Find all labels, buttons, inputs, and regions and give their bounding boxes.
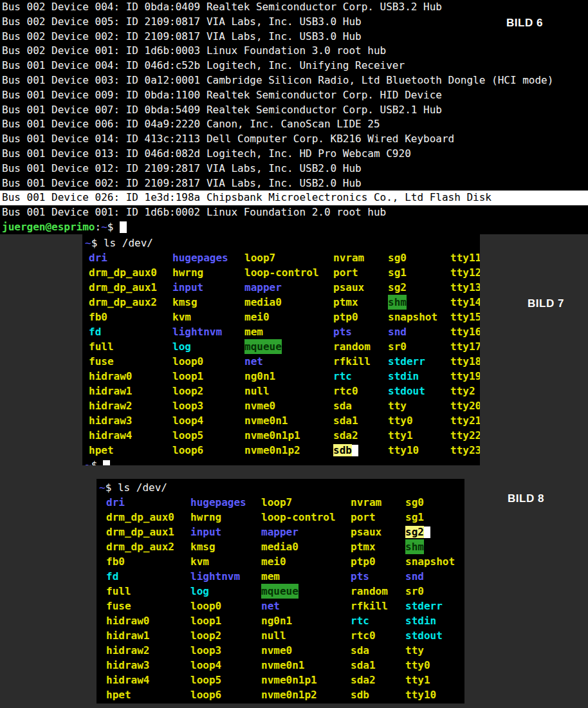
selection-block — [352, 445, 358, 456]
file-entry-ptp0: ptp0 — [351, 554, 376, 569]
usb-device-line: Bus 002 Device 002: ID 2109:0817 VIA Lab… — [0, 30, 588, 44]
file-entry-null: null — [261, 628, 286, 643]
label-bild8: BILD 8 — [508, 492, 544, 505]
file-row: fuseloop0netrfkillstderrtty18 — [82, 354, 480, 369]
file-row: drihugepagesloop7nvramsg0tty11 — [82, 250, 480, 265]
file-entry-media0: media0 — [244, 295, 282, 310]
file-entry-loop5: loop5 — [172, 428, 203, 443]
prompt-dollar: $ — [107, 221, 114, 233]
label-bild7: BILD 7 — [528, 297, 564, 310]
file-entry-stderr: stderr — [405, 599, 443, 613]
file-entry-shm: shm — [388, 295, 407, 310]
file-entry-tty0: tty0 — [405, 658, 430, 673]
file-row: fulllogmqueuerandomsr0 — [96, 584, 464, 599]
file-entry-stderr: stderr — [388, 354, 425, 369]
file-entry-sr0: sr0 — [405, 584, 424, 599]
file-entry-rtc: rtc — [333, 369, 352, 384]
file-entry-mei0: mei0 — [261, 554, 286, 569]
file-entry-sg2: sg2 — [405, 525, 430, 539]
file-row: drm_dp_aux0hwrngloop-controlportsg1 — [96, 510, 464, 525]
file-entry-tty11: tty11 — [450, 250, 480, 265]
file-entry-drm_dp_aux0: drm_dp_aux0 — [106, 510, 174, 525]
file-entry-mapper: mapper — [261, 525, 299, 539]
file-entry-dri: dri — [89, 250, 107, 265]
file-entry-loop0: loop0 — [190, 599, 221, 613]
screenshot-canvas: Bus 002 Device 004: ID 0bda:0409 Realtek… — [0, 0, 588, 708]
prompt-command: $ ls /dev/ — [91, 237, 153, 249]
file-entry-kmsg: kmsg — [172, 295, 198, 310]
file-entry-hidraw2: hidraw2 — [89, 398, 132, 413]
file-entry-hidraw1: hidraw1 — [106, 628, 149, 643]
file-entry-loop1: loop1 — [190, 613, 221, 628]
file-entry-net: net — [244, 354, 263, 369]
file-entry-tty21: tty21 — [450, 413, 480, 428]
file-entry-snd: snd — [405, 569, 424, 584]
file-entry-rtc0: rtc0 — [333, 384, 358, 398]
prompt-path: ~ — [85, 237, 91, 249]
file-entry-sdb: sdb — [351, 687, 369, 702]
file-entry-ng0n1: ng0n1 — [261, 613, 292, 628]
file-entry-stdout: stdout — [405, 628, 443, 643]
file-entry-hidraw4: hidraw4 — [89, 428, 132, 443]
shell-prompt-cut: ~$ — [82, 458, 480, 465]
file-entry-nvme0: nvme0 — [244, 398, 275, 413]
file-entry-snapshot: snapshot — [388, 310, 437, 324]
file-entry-rfkill: rfkill — [351, 599, 388, 613]
file-entry-full: full — [106, 584, 131, 599]
find-match-highlight: sdb — [333, 444, 352, 456]
file-row: hidraw1loop2nullrtc0stdout — [96, 628, 464, 643]
file-entry-sda2: sda2 — [351, 673, 376, 687]
find-match-highlight: sg2 — [405, 526, 424, 538]
file-entry-hidraw1: hidraw1 — [89, 384, 132, 398]
file-entry-tty1: tty1 — [405, 673, 430, 687]
file-entry-random: random — [333, 339, 371, 354]
file-entry-pts: pts — [333, 324, 352, 339]
file-entry-tty18: tty18 — [450, 354, 480, 369]
file-entry-fd: fd — [106, 569, 118, 584]
file-entry-hidraw2: hidraw2 — [106, 643, 149, 658]
file-entry-sg1: sg1 — [388, 265, 407, 280]
terminal-bild8[interactable]: ~$ ls /dev/ drihugepagesloop7nvramsg0drm… — [96, 479, 464, 703]
file-entry-hugepages: hugepages — [172, 250, 228, 265]
file-entry-drm_dp_aux1: drm_dp_aux1 — [89, 280, 157, 295]
file-entry-port: port — [333, 265, 358, 280]
usb-device-line: Bus 001 Device 014: ID 413c:2113 Dell Co… — [0, 132, 588, 147]
file-entry-hidraw0: hidraw0 — [106, 613, 149, 628]
file-entry-nvme0n1p1: nvme0n1p1 — [244, 428, 300, 443]
file-entry-null: null — [244, 384, 270, 398]
file-entry-random: random — [351, 584, 388, 599]
file-entry-kvm: kvm — [190, 554, 209, 569]
file-entry-tty13: tty13 — [450, 280, 480, 295]
file-entry-sr0: sr0 — [388, 339, 407, 354]
file-row: fb0kvmmei0ptp0snapshot — [96, 554, 464, 569]
prompt-dollar: $ — [91, 459, 98, 465]
file-entry-log: log — [172, 339, 191, 354]
file-row: hidraw2loop3nvme0sdatty — [96, 643, 464, 658]
file-entry-sda1: sda1 — [333, 413, 358, 428]
file-entry-drm_dp_aux2: drm_dp_aux2 — [89, 295, 157, 310]
file-entry-input: input — [172, 280, 203, 295]
file-entry-rfkill: rfkill — [333, 354, 371, 369]
file-entry-loop5: loop5 — [190, 673, 221, 687]
file-entry-lightnvm: lightnvm — [190, 569, 240, 584]
file-entry-fd: fd — [89, 324, 101, 339]
terminal-bild7[interactable]: ~$ ls /dev/ drihugepagesloop7nvramsg0tty… — [82, 234, 480, 465]
terminal-lsusb[interactable]: Bus 002 Device 004: ID 0bda:0409 Realtek… — [0, 0, 588, 234]
file-entry-nvram: nvram — [351, 495, 381, 510]
file-row: hpetloop6nvme0n1p2sdbtty10tty23 — [82, 443, 480, 458]
usb-device-line: Bus 001 Device 006: ID 04a9:2220 Canon, … — [0, 117, 588, 132]
file-entry-log: log — [190, 584, 209, 599]
file-row: hidraw4loop5nvme0n1p1sda2tty1 — [96, 673, 464, 687]
file-entry-mem: mem — [244, 324, 263, 339]
file-entry-loop0: loop0 — [172, 354, 203, 369]
usb-device-line-highlighted: Bus 001 Device 026: ID 1e3d:198a Chipsba… — [0, 191, 588, 205]
file-entry-ptmx: ptmx — [351, 539, 376, 554]
file-row: fuseloop0netrfkillstderr — [96, 599, 464, 613]
usb-device-line: Bus 002 Device 001: ID 1d6b:0003 Linux F… — [0, 44, 588, 59]
lsusb-output: Bus 002 Device 004: ID 0bda:0409 Realtek… — [0, 0, 588, 220]
file-entry-ptp0: ptp0 — [333, 310, 358, 324]
file-entry-nvme0n1p2: nvme0n1p2 — [261, 687, 317, 702]
ls-output-grid: drihugepagesloop7nvramsg0drm_dp_aux0hwrn… — [96, 495, 464, 702]
file-entry-hpet: hpet — [89, 443, 114, 458]
file-entry-tty10: tty10 — [405, 687, 436, 702]
